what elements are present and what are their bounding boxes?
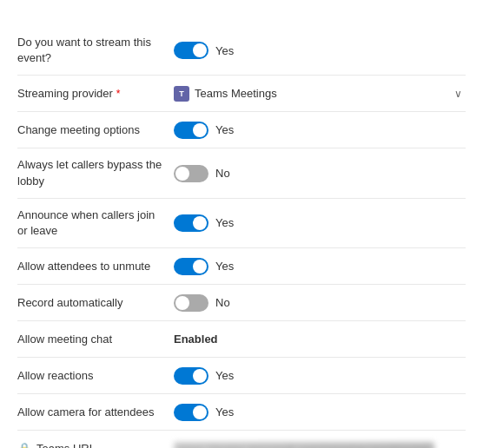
chat-status: Enabled [174, 333, 218, 346]
row-stream-event: Do you want to stream this event?Yes [17, 26, 466, 76]
row-bypass-lobby: Always let callers bypass the lobbyNo [17, 148, 466, 198]
row-label-allow-camera: Allow camera for attendees [17, 405, 174, 420]
toggle-value-label: Yes [215, 216, 234, 229]
stream-event-panel: Do you want to stream this event?YesStre… [0, 0, 483, 448]
row-value-allow-reactions: Yes [174, 367, 466, 385]
toggle-track[interactable] [174, 404, 208, 421]
toggle-track[interactable] [174, 42, 208, 59]
provider-value[interactable]: TTeams Meetings∨ [174, 86, 466, 102]
row-label-allow-unmute: Allow attendees to unmute [17, 259, 174, 274]
toggle-thumb [193, 369, 207, 383]
label-text: Do you want to stream this event? [17, 35, 165, 66]
toggle-value-label: Yes [215, 123, 234, 136]
row-allow-meeting-chat: Allow meeting chatEnabled [17, 321, 466, 358]
toggle-thumb [193, 43, 207, 57]
provider-inner: TTeams Meetings [174, 86, 277, 102]
toggle-track[interactable] [174, 367, 208, 385]
toggle-track[interactable] [174, 214, 208, 232]
row-value-announce-join-leave: Yes [174, 214, 466, 232]
row-value-allow-meeting-chat: Enabled [174, 333, 466, 346]
toggle-thumb [193, 260, 207, 273]
toggle-thumb [193, 123, 207, 137]
row-label-stream-event: Do you want to stream this event? [17, 35, 174, 66]
row-label-change-meeting-options: Change meeting options [17, 122, 174, 138]
label-text: Allow camera for attendees [17, 405, 155, 420]
row-streaming-provider: Streaming provider *TTeams Meetings∨ [17, 76, 466, 112]
toggle-thumb [175, 296, 189, 310]
toggle-thumb [193, 216, 207, 230]
lock-icon: 🔒 [17, 441, 31, 448]
toggle-value-label: Yes [215, 44, 234, 57]
row-allow-reactions: Allow reactionsYes [17, 358, 466, 394]
row-value-bypass-lobby: No [174, 165, 466, 182]
row-announce-join-leave: Announce when callers join or leaveYes [17, 199, 466, 248]
row-teams-url: 🔒Teams URLhttps://teams.microsoft.com/l/… [17, 431, 466, 448]
label-text: Record automatically [17, 295, 122, 311]
label-text: Allow attendees to unmute [17, 259, 150, 274]
row-value-teams-url: https://teams.microsoft.com/l/meetup-joi… [174, 442, 466, 448]
row-value-change-meeting-options: Yes [174, 122, 466, 139]
toggle-thumb [175, 167, 189, 181]
row-record-automatically: Record automaticallyNo [17, 285, 466, 321]
row-change-meeting-options: Change meeting optionsYes [17, 112, 466, 148]
toggle-track[interactable] [174, 258, 208, 275]
row-value-stream-event: Yes [174, 42, 466, 59]
toggle-value-label: Yes [215, 260, 234, 273]
toggle-track[interactable] [174, 294, 208, 312]
row-label-teams-url: 🔒Teams URL [17, 441, 174, 448]
label-text: Always let callers bypass the lobby [17, 157, 165, 188]
label-text: Teams URL [36, 441, 96, 448]
toggle-value-label: No [215, 296, 230, 309]
row-value-allow-camera: Yes [174, 404, 466, 421]
teams-icon: T [174, 86, 189, 102]
label-text: Allow meeting chat [17, 332, 112, 347]
row-label-streaming-provider: Streaming provider * [17, 87, 174, 100]
row-value-record-automatically: No [174, 294, 466, 312]
row-label-allow-reactions: Allow reactions [17, 368, 174, 384]
required-indicator: * [116, 88, 121, 100]
provider-name: Teams Meetings [195, 87, 277, 100]
toggle-track[interactable] [174, 122, 208, 139]
row-label-bypass-lobby: Always let callers bypass the lobby [17, 157, 174, 188]
toggle-track[interactable] [174, 165, 208, 182]
row-label-allow-meeting-chat: Allow meeting chat [17, 332, 174, 347]
teams-url-value: https://teams.microsoft.com/l/meetup-joi… [174, 442, 434, 448]
row-value-allow-unmute: Yes [174, 258, 466, 275]
label-text: Change meeting options [17, 122, 140, 138]
toggle-thumb [193, 405, 207, 419]
row-allow-camera: Allow camera for attendeesYes [17, 394, 466, 431]
label-text: Announce when callers join or leave [17, 208, 165, 239]
label-text: Allow reactions [17, 368, 93, 384]
toggle-value-label: Yes [215, 369, 234, 382]
toggle-value-label: No [215, 167, 230, 180]
row-allow-unmute: Allow attendees to unmuteYes [17, 248, 466, 285]
toggle-value-label: Yes [215, 405, 234, 418]
chevron-down-icon[interactable]: ∨ [454, 88, 462, 100]
row-label-record-automatically: Record automatically [17, 295, 174, 311]
row-label-announce-join-leave: Announce when callers join or leave [17, 208, 174, 239]
